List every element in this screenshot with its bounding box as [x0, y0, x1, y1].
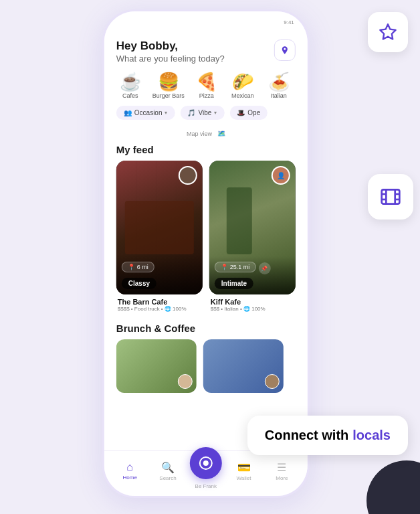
- chevron-down-icon: ▾: [214, 110, 217, 116]
- map-view-row[interactable]: Map view 🗺️: [104, 124, 308, 140]
- home-icon: ⌂: [126, 461, 133, 473]
- italian-emoji: 🍝: [268, 73, 290, 90]
- mexican-label: Mexican: [231, 92, 254, 99]
- bottom-right-decoration: [366, 460, 420, 514]
- kiff-vibe: Intimate: [215, 278, 253, 289]
- vibe-icon: 🎵: [187, 109, 195, 116]
- home-label: Home: [123, 475, 137, 481]
- pizza-label: Pizza: [199, 92, 214, 99]
- map-view-label: Map view: [187, 131, 212, 137]
- barn-card-image: 📍 6 mi Classy: [116, 161, 203, 294]
- barn-info: The Barn Cafe $$$$ • Food truck • 🌐 100%: [116, 298, 203, 312]
- brunch-avatar-1: [178, 374, 193, 389]
- mexican-emoji: 🌮: [232, 73, 253, 90]
- greeting: Hey Bobby,: [116, 39, 225, 53]
- category-pizza[interactable]: 🍕 Pizza: [193, 73, 221, 99]
- kiff-avatar: 👤: [272, 166, 290, 185]
- location-icon: [280, 46, 290, 55]
- location-button[interactable]: [274, 39, 296, 61]
- occasion-filter[interactable]: 👥 Occasion ▾: [116, 106, 175, 120]
- star-button[interactable]: [368, 12, 408, 52]
- pizza-emoji: 🍕: [196, 73, 217, 90]
- connect-highlight: locals: [352, 428, 391, 443]
- status-bar: 9:41: [104, 11, 308, 33]
- connect-tooltip: Connect with locals: [247, 416, 408, 455]
- open-label: Ope: [247, 109, 260, 116]
- kiff-meta: $$$ • Italian • 🌐 100%: [211, 306, 294, 312]
- nav-more[interactable]: ☰ More: [263, 461, 301, 481]
- more-icon: ☰: [277, 461, 286, 474]
- nav-wallet[interactable]: 💳 Wallet: [225, 461, 263, 481]
- kiff-distance: 📍 25.1 mi: [215, 262, 256, 272]
- kiff-name: Kiff Kafe: [211, 298, 294, 306]
- category-italian[interactable]: 🍝 Italian: [265, 73, 293, 99]
- nav-be-frank[interactable]: Be Frank: [187, 452, 225, 489]
- connect-prefix: Connect with: [265, 428, 349, 443]
- more-label: More: [276, 475, 288, 481]
- star-icon: [379, 23, 397, 41]
- feed-cards: 📍 6 mi Classy The Barn Cafe $$$$ • Food …: [104, 161, 308, 319]
- barn-avatar: [179, 166, 197, 185]
- wallet-icon: 💳: [237, 461, 251, 474]
- location-dot: 📍: [221, 264, 228, 270]
- vibe-label: Vibe: [198, 109, 211, 116]
- camera-icon: [199, 456, 213, 470]
- kiff-overlay: 📍 25.1 mi 📌 Intimate: [209, 256, 296, 294]
- feed-card-kiff[interactable]: 👤 📍 25.1 mi 📌 Intimate: [209, 161, 296, 312]
- be-frank-label: Be Frank: [195, 483, 217, 489]
- italian-label: Italian: [271, 92, 287, 99]
- kiff-save-icon[interactable]: 📌: [258, 262, 270, 274]
- filter-row: 👥 Occasion ▾ 🎵 Vibe ▾ 🎩 Ope: [104, 102, 308, 124]
- film-button[interactable]: [368, 174, 413, 220]
- brunch-section-title: Brunch & Coffee: [104, 319, 308, 339]
- nav-search[interactable]: 🔍 Search: [149, 461, 187, 481]
- open-filter[interactable]: 🎩 Ope: [229, 106, 268, 120]
- search-icon: 🔍: [161, 461, 175, 474]
- brunch-avatar-2: [265, 374, 280, 389]
- cafes-emoji: ☕: [120, 73, 141, 90]
- category-burger-bars[interactable]: 🍔 Burger Bars: [152, 73, 185, 99]
- cafes-label: Cafes: [122, 92, 138, 99]
- brunch-card-2[interactable]: [203, 339, 284, 393]
- burger-emoji: 🍔: [158, 73, 179, 90]
- brunch-row: [104, 339, 308, 393]
- header-left: Hey Bobby, What are you feeling today?: [116, 39, 225, 64]
- map-icon: 🗺️: [217, 130, 225, 137]
- brunch-card-1[interactable]: [116, 339, 197, 393]
- feed-card-barn[interactable]: 📍 6 mi Classy The Barn Cafe $$$$ • Food …: [116, 161, 203, 312]
- header: Hey Bobby, What are you feeling today?: [104, 33, 308, 69]
- category-cafes[interactable]: ☕ Cafes: [116, 73, 144, 99]
- nav-home[interactable]: ⌂ Home: [111, 461, 149, 481]
- bottom-nav: ⌂ Home 🔍 Search Be Frank 💳 Wallet: [104, 450, 308, 496]
- feed-section-title: My feed: [104, 140, 308, 161]
- kiff-card-image: 👤 📍 25.1 mi 📌 Intimate: [209, 161, 296, 294]
- app-content: Hey Bobby, What are you feeling today? ☕…: [104, 33, 308, 450]
- kiff-info: Kiff Kafe $$$ • Italian • 🌐 100%: [209, 298, 296, 312]
- be-frank-button[interactable]: [190, 447, 222, 479]
- category-row: ☕ Cafes 🍔 Burger Bars 🍕 Pizza 🌮 Mexican …: [104, 69, 308, 102]
- barn-name: The Barn Cafe: [118, 298, 201, 306]
- film-icon: [380, 186, 401, 207]
- location-dot: 📍: [128, 264, 135, 270]
- vibe-filter[interactable]: 🎵 Vibe ▾: [180, 106, 224, 120]
- occasion-label: Occasion: [134, 109, 163, 116]
- subtitle: What are you feeling today?: [116, 54, 225, 64]
- svg-rect-0: [382, 189, 400, 203]
- barn-distance: 📍 6 mi: [122, 262, 154, 272]
- open-icon: 🎩: [237, 109, 245, 116]
- chevron-down-icon: ▾: [165, 110, 167, 116]
- burger-label: Burger Bars: [152, 92, 185, 99]
- barn-overlay: 📍 6 mi Classy: [116, 254, 203, 294]
- occasion-icon: 👥: [124, 109, 132, 116]
- category-mexican[interactable]: 🌮 Mexican: [229, 73, 257, 99]
- wallet-label: Wallet: [237, 475, 251, 481]
- barn-meta: $$$$ • Food truck • 🌐 100%: [118, 306, 201, 312]
- search-label: Search: [159, 475, 176, 481]
- barn-vibe: Classy: [122, 278, 156, 289]
